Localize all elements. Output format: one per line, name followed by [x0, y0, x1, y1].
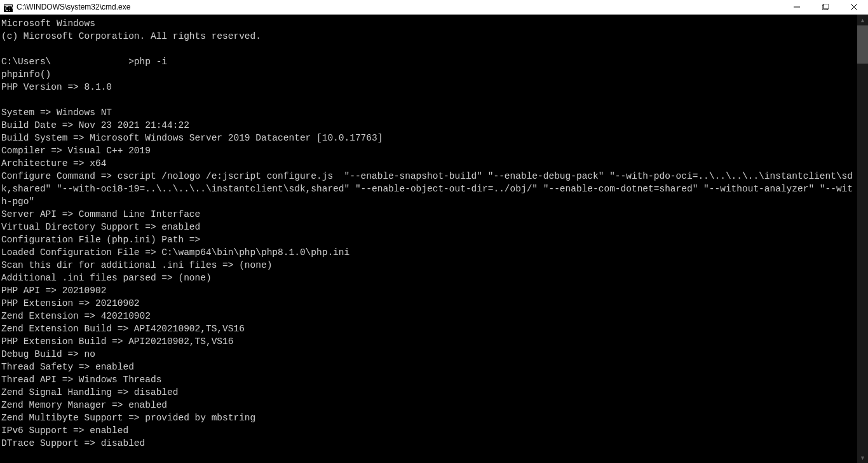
terminal-line: Debug Build => no	[1, 348, 855, 361]
svg-text:C:\: C:\	[5, 6, 13, 12]
terminal-line: Microsoft Windows	[1, 17, 855, 30]
terminal-line: Thread API => Windows Threads	[1, 373, 855, 386]
terminal-line: PHP Extension => 20210902	[1, 297, 855, 310]
terminal-line: Zend Signal Handling => disabled	[1, 386, 855, 399]
minimize-button[interactable]	[782, 0, 811, 14]
vertical-scrollbar[interactable]: ▲ ▼	[857, 15, 868, 463]
terminal-line: phpinfo()	[1, 68, 855, 81]
titlebar-controls	[782, 0, 868, 14]
terminal-line: Zend Multibyte Support => provided by mb…	[1, 411, 855, 424]
close-button[interactable]	[839, 0, 868, 14]
terminal-line: Architecture => x64	[1, 157, 855, 170]
terminal-output: Microsoft Windows (c) Microsoft Corporat…	[0, 15, 857, 452]
terminal-line: Configure Command => cscript /nologo /e:…	[1, 170, 855, 208]
terminal-line: PHP Version => 8.1.0	[1, 81, 855, 93]
svg-rect-5	[824, 4, 829, 9]
terminal-line: PHP Extension Build => API20210902,TS,VS…	[1, 335, 855, 348]
terminal-area[interactable]: Microsoft Windows (c) Microsoft Corporat…	[0, 15, 868, 463]
window-title: C:\WINDOWS\system32\cmd.exe	[17, 3, 130, 11]
window-titlebar: C:\ C:\WINDOWS\system32\cmd.exe	[0, 0, 868, 15]
terminal-line: Server API => Command Line Interface	[1, 208, 855, 221]
titlebar-left: C:\ C:\WINDOWS\system32\cmd.exe	[0, 3, 130, 11]
terminal-line: Build Date => Nov 23 2021 21:44:22	[1, 119, 855, 132]
terminal-line: Zend Extension => 420210902	[1, 310, 855, 322]
terminal-line: Zend Memory Manager => enabled	[1, 399, 855, 411]
terminal-line: System => Windows NT	[1, 106, 855, 119]
terminal-line: Build System => Microsoft Windows Server…	[1, 132, 855, 144]
terminal-line	[1, 93, 855, 106]
terminal-line: C:\Users\ >php -i	[1, 55, 855, 68]
terminal-line: DTrace Support => disabled	[1, 437, 855, 450]
terminal-line: Virtual Directory Support => enabled	[1, 221, 855, 233]
terminal-line: Zend Extension Build => API420210902,TS,…	[1, 322, 855, 335]
maximize-button[interactable]	[811, 0, 839, 14]
cmd-icon: C:\	[4, 3, 13, 11]
scroll-thumb[interactable]	[857, 25, 868, 64]
terminal-line: Configuration File (php.ini) Path =>	[1, 233, 855, 246]
scroll-up-arrow[interactable]: ▲	[857, 15, 868, 25]
scroll-down-arrow[interactable]: ▼	[857, 452, 868, 463]
scroll-track[interactable]	[857, 25, 868, 452]
terminal-line: Scan this dir for additional .ini files …	[1, 259, 855, 272]
terminal-line: Loaded Configuration File => C:\wamp64\b…	[1, 246, 855, 259]
terminal-line: IPv6 Support => enabled	[1, 424, 855, 437]
terminal-line: Compiler => Visual C++ 2019	[1, 144, 855, 157]
terminal-line: (c) Microsoft Corporation. All rights re…	[1, 30, 855, 43]
terminal-line: PHP API => 20210902	[1, 284, 855, 297]
terminal-line: Additional .ini files parsed => (none)	[1, 272, 855, 284]
terminal-line: Thread Safety => enabled	[1, 361, 855, 373]
terminal-line	[1, 43, 855, 55]
